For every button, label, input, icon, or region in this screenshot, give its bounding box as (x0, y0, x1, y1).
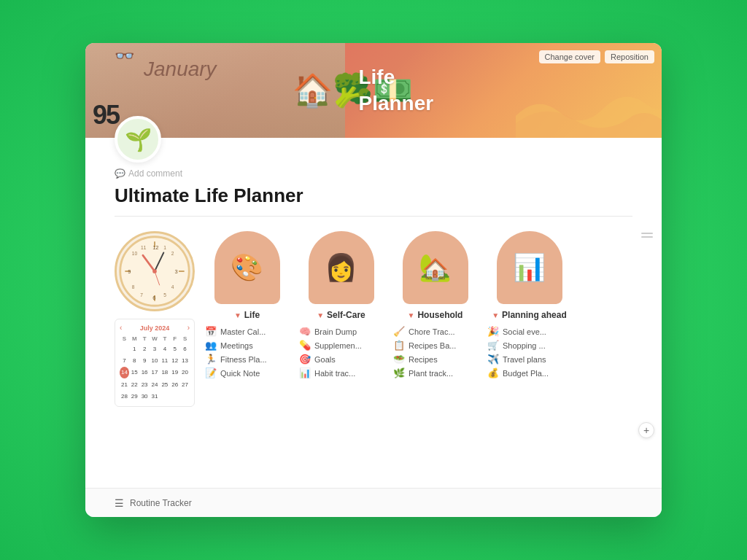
cal-day[interactable]: 25 (160, 379, 169, 390)
item-icon: ✈️ (487, 354, 499, 365)
cal-day[interactable]: 27 (180, 379, 190, 390)
list-item[interactable]: ✈️Travel plans (487, 352, 571, 366)
routine-tracker-label[interactable]: Routine Tracker (130, 498, 192, 508)
clock-card: 12 3 6 9 1 2 4 5 7 8 10 11 (115, 231, 195, 407)
list-item[interactable]: 🧠Brain Dump (299, 324, 383, 338)
calendar-header: ‹ July 2024 › (120, 324, 190, 332)
household-arch-icon: 🏡 (403, 231, 468, 304)
list-item[interactable]: 📋Recipes Ba... (393, 338, 477, 352)
cal-day[interactable]: 10 (150, 355, 160, 366)
clock-face: 12 3 6 9 1 2 4 5 7 8 10 11 (115, 231, 195, 311)
bottom-bar: ☰ Routine Tracker (85, 488, 662, 517)
list-item[interactable]: 🌿Plant track... (393, 366, 477, 380)
life-arrow: ▼ (234, 311, 241, 319)
cal-day[interactable]: 23 (140, 379, 150, 390)
cal-day[interactable]: 22 (130, 379, 139, 390)
selfcare-arrow: ▼ (317, 311, 324, 319)
list-item[interactable]: 🧹Chore Trac... (393, 324, 477, 338)
list-item[interactable]: 📊Habit trac... (299, 366, 383, 380)
cal-day[interactable]: 15 (130, 367, 139, 378)
cal-day[interactable]: 5 (170, 343, 179, 354)
svg-text:3: 3 (174, 268, 177, 275)
section-household: 🏡 ▼ Household 🧹Chore Trac... 📋Recipes Ba… (393, 231, 477, 380)
planning-items: 🎉Social eve... 🛒Shopping ... ✈️Travel pl… (487, 324, 571, 380)
cal-header-w: W (150, 335, 160, 343)
list-item[interactable]: 🏃Fitness Pla... (205, 352, 289, 366)
cal-day[interactable]: 1 (130, 343, 139, 354)
cal-day[interactable]: 9 (140, 355, 150, 366)
list-item[interactable]: 🎉Social eve... (487, 324, 571, 338)
cal-day[interactable]: 17 (150, 367, 160, 378)
cal-day[interactable]: 28 (120, 391, 129, 402)
calendar-next-button[interactable]: › (187, 324, 190, 332)
glasses-decoration: 👓 (115, 47, 134, 66)
calendar-prev-button[interactable]: ‹ (120, 324, 122, 332)
list-item[interactable]: 💊Supplemen... (299, 338, 383, 352)
planning-arrow: ▼ (492, 311, 499, 319)
item-icon: 📊 (299, 368, 311, 378)
cal-day[interactable]: 30 (140, 391, 150, 402)
cal-day[interactable] (160, 391, 169, 402)
cal-day[interactable]: 31 (150, 391, 160, 402)
list-item[interactable]: 👥Meetings (205, 338, 289, 352)
page-title: Ultimate Life Planner (115, 184, 632, 207)
change-cover-button[interactable]: Change cover (539, 50, 601, 63)
reposition-button[interactable]: Reposition (605, 50, 654, 63)
calendar-grid: S M T W T F S 1 2 3 4 5 6 (120, 335, 190, 402)
cal-day[interactable]: 12 (170, 355, 179, 366)
list-item[interactable]: 🎯Goals (299, 352, 383, 366)
cal-day[interactable]: 29 (130, 391, 139, 402)
add-comment-area[interactable]: 💬 Add comment (115, 168, 632, 179)
cal-day[interactable]: 11 (160, 355, 169, 366)
list-item[interactable]: 💰Budget Pla... (487, 366, 571, 380)
svg-text:4: 4 (171, 284, 174, 289)
cal-day[interactable] (120, 343, 129, 354)
cal-day-today[interactable]: 14 (120, 367, 129, 378)
item-icon: 👥 (205, 340, 217, 351)
planning-arch-icon: 📊 (497, 231, 562, 304)
handle-line (641, 233, 653, 234)
cal-header-s: S (120, 335, 129, 343)
selfcare-arch-icon: 👩 (309, 231, 374, 304)
cal-day[interactable]: 16 (140, 367, 150, 378)
list-item[interactable]: 📝Quick Note (205, 366, 289, 380)
selfcare-label: ▼ Self-Care (317, 310, 365, 320)
cal-day[interactable]: 24 (150, 379, 160, 390)
svg-text:1: 1 (163, 245, 166, 250)
household-arrow: ▼ (408, 311, 415, 319)
cal-day[interactable] (170, 391, 179, 402)
item-icon: 🛒 (487, 340, 499, 351)
scroll-right-button[interactable]: + (638, 422, 654, 438)
main-window: 👓 January 95 🏠🥦💵 Life Planner Change cov… (85, 43, 662, 517)
svg-text:11: 11 (141, 245, 147, 250)
cal-day[interactable]: 21 (120, 379, 129, 390)
routine-tracker-icon: ☰ (115, 497, 124, 509)
cal-day[interactable]: 20 (180, 367, 190, 378)
item-icon: 🥗 (393, 354, 405, 365)
item-icon: 🎉 (487, 326, 499, 337)
cal-day[interactable] (180, 391, 190, 402)
cal-day[interactable]: 3 (150, 343, 160, 354)
svg-text:10: 10 (132, 251, 138, 256)
household-label: ▼ Household (408, 310, 463, 320)
cal-day[interactable]: 19 (170, 367, 179, 378)
cal-day[interactable]: 7 (120, 355, 129, 366)
cal-day[interactable]: 4 (160, 343, 169, 354)
cal-day[interactable]: 2 (140, 343, 150, 354)
calendar-decoration: January (144, 58, 217, 81)
cal-day[interactable]: 26 (170, 379, 179, 390)
list-item[interactable]: 📅Master Cal... (205, 324, 289, 338)
list-item[interactable]: 🥗Recipes (393, 352, 477, 366)
section-planning: 📊 ▼ Planning ahead 🎉Social eve... 🛒Shopp… (487, 231, 571, 380)
cal-day[interactable]: 6 (180, 343, 190, 354)
cal-day[interactable]: 8 (130, 355, 139, 366)
list-item[interactable]: 🛒Shopping ... (487, 338, 571, 352)
cal-day[interactable]: 18 (160, 367, 169, 378)
svg-text:7: 7 (140, 292, 143, 298)
svg-text:12: 12 (152, 244, 158, 251)
cards-row: 12 3 6 9 1 2 4 5 7 8 10 11 (115, 231, 632, 407)
planning-label: ▼ Planning ahead (492, 310, 567, 320)
svg-text:2: 2 (171, 251, 174, 256)
life-arch-icon: 🎨 (214, 231, 280, 304)
cal-day[interactable]: 13 (180, 355, 190, 366)
